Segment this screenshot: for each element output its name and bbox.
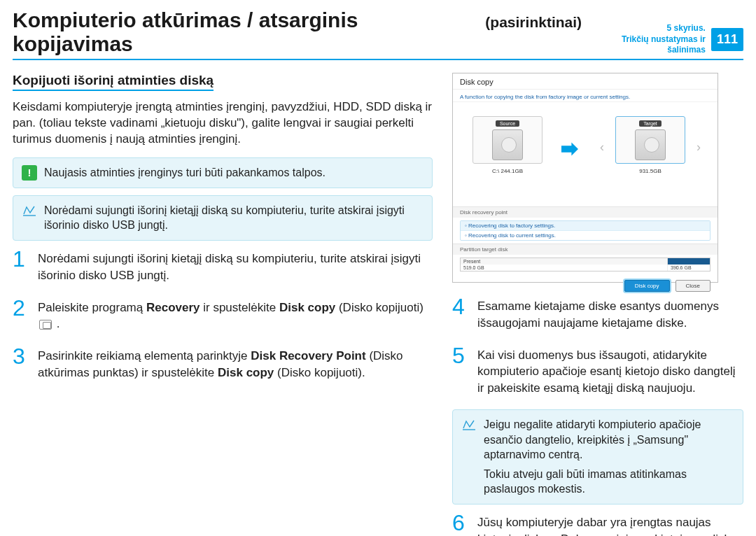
window-description: A function for copying the disk from fac… — [453, 90, 718, 101]
step-number: 2 — [13, 297, 31, 333]
header-title-group: Kompiuterio atkūrimas / atsarginis kopij… — [13, 8, 582, 56]
recovery-option-current[interactable]: ◦ Recovering disk to current settings. — [461, 231, 710, 240]
warning-text: Naujasis atminties įrenginys turi būti p… — [44, 165, 326, 181]
step-3: 3 Pasirinkite reikiamą elementą parinkty… — [13, 345, 433, 381]
service-note-line2: Tokiu atveju gali būti imamas atitinkama… — [484, 467, 734, 497]
page-header: Kompiuterio atkūrimas / atsarginis kopij… — [13, 8, 743, 60]
partition-table: Present 519.0 GB390.6 GB — [460, 258, 710, 271]
step-number: 3 — [13, 345, 31, 381]
hdd-icon — [635, 129, 666, 160]
col-spare — [668, 258, 710, 265]
step-body: Esamame kietajame diske esantys duomenys… — [477, 295, 743, 332]
window-title: Disk copy — [453, 73, 718, 90]
text: (Disko kopijuoti) — [335, 301, 424, 314]
text: Pasirinkite reikiamą elementą parinktyje — [38, 349, 251, 362]
step-body: Jūsų kompiuteryje dabar yra įrengtas nau… — [477, 512, 743, 536]
disk-copy-screenshot: Disk copy A function for copying the dis… — [452, 73, 718, 283]
arrow-right-icon — [561, 141, 578, 157]
step-number: 4 — [452, 295, 470, 332]
text: Recovering disk to current settings. — [468, 232, 556, 239]
text: Recovering disk to factory settings. — [468, 223, 555, 229]
bold-text: Disk copy — [218, 366, 274, 379]
chapter-line1: 5 skyrius. — [582, 23, 706, 34]
text: (Disko kopijuoti). — [274, 366, 365, 379]
step-body: Pasirinkite reikiamą elementą parinktyje… — [38, 345, 433, 381]
partition-size-1: 519.0 GB — [461, 265, 668, 271]
step-number: 5 — [452, 344, 470, 397]
left-column: Kopijuoti išorinį atminties diską Keisda… — [13, 73, 433, 536]
service-note-callout: Jeigu negalite atidaryti kompiuterio apa… — [452, 409, 743, 505]
text: . — [53, 317, 59, 330]
step-body: Paleiskite programą Recovery ir spustelė… — [38, 297, 433, 333]
recovery-point-header: Disk recovery point — [453, 206, 718, 218]
service-note-line1: Jeigu negalite atidaryti kompiuterio apa… — [484, 417, 734, 463]
disk-copy-icon — [39, 320, 52, 330]
source-disk: Source C:\ 244.1GB — [472, 116, 542, 174]
hdd-icon — [492, 129, 523, 160]
chevron-left-icon[interactable]: ‹ — [600, 140, 604, 155]
page-number: 111 — [711, 28, 743, 51]
partition-header: Partition target disk — [453, 244, 718, 255]
bold-text: Recovery — [146, 301, 200, 314]
text: Paleiskite programą — [38, 301, 146, 314]
header-meta: 5 skyrius. Trikčių nustatymas ir šalinim… — [582, 23, 743, 56]
right-column: Disk copy A function for copying the dis… — [452, 73, 743, 536]
step-number: 6 — [452, 512, 470, 536]
step-4: 4 Esamame kietajame diske esantys duomen… — [452, 295, 743, 332]
title-main: Kompiuterio atkūrimas / atsarginis kopij… — [13, 8, 481, 56]
section-heading: Kopijuoti išorinį atminties diską — [13, 73, 214, 91]
bold-text: Disk Recovery Point — [251, 349, 365, 362]
text: ir spustelėkite — [200, 301, 279, 314]
col-present: Present — [461, 258, 668, 265]
disk-copy-button[interactable]: Disk copy — [624, 280, 670, 292]
step-6: 6 Jūsų kompiuteryje dabar yra įrengtas n… — [452, 512, 743, 536]
step-number: 1 — [13, 248, 31, 284]
step-1: 1 Norėdami sujungti išorinį kietąjį disk… — [13, 248, 433, 284]
target-disk: Target 931.5GB — [615, 116, 685, 174]
partition-size-2: 390.6 GB — [668, 265, 710, 271]
step-body: Kai visi duomenys bus išsaugoti, atidary… — [477, 344, 743, 397]
step-5: 5 Kai visi duomenys bus išsaugoti, atida… — [452, 344, 743, 397]
note-callout: Norėdami sujungti išorinį kietąjį diską … — [13, 195, 433, 241]
target-label: Target — [639, 120, 661, 127]
bold-text: Disk copy — [279, 301, 335, 314]
recovery-options: ◦ Recovering disk to factory settings. ◦… — [460, 220, 710, 241]
note-text: Norėdami sujungti išorinį kietąjį diską … — [44, 203, 424, 233]
chapter-line2: Trikčių nustatymas ir šalinimas — [582, 34, 706, 56]
note-icon — [22, 203, 37, 218]
chevron-right-icon[interactable]: › — [696, 140, 701, 155]
warning-icon: ! — [22, 165, 37, 181]
warning-callout: ! Naujasis atminties įrenginys turi būti… — [13, 157, 433, 188]
close-button[interactable]: Close — [676, 280, 710, 292]
recovery-option-factory[interactable]: ◦ Recovering disk to factory settings. — [461, 221, 710, 231]
chapter-label: 5 skyrius. Trikčių nustatymas ir šalinim… — [582, 23, 706, 56]
service-note-body: Jeigu negalite atidaryti kompiuterio apa… — [484, 417, 734, 497]
source-label: Source — [496, 120, 519, 127]
intro-paragraph: Keisdami kompiuteryje įrengtą atminties … — [13, 99, 433, 148]
source-capacity: C:\ 244.1GB — [472, 168, 542, 174]
step-body: Norėdami sujungti išorinį kietąjį diską … — [38, 248, 433, 284]
step-2: 2 Paleiskite programą Recovery ir spuste… — [13, 297, 433, 333]
target-capacity: 931.5GB — [615, 168, 685, 174]
note-icon — [461, 417, 477, 432]
title-sub: (pasirinktinai) — [485, 14, 582, 31]
